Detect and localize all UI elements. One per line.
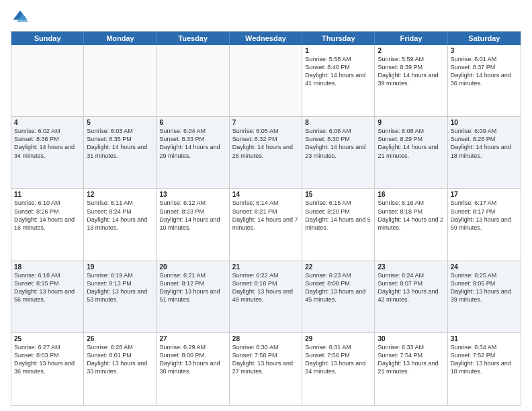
day-number: 6: [160, 119, 226, 126]
empty-cell: [11, 45, 84, 116]
day-info: Sunrise: 5:59 AM Sunset: 8:39 PM Dayligh…: [378, 55, 444, 88]
calendar-header: SundayMondayTuesdayWednesdayThursdayFrid…: [11, 32, 521, 45]
calendar-body: 1Sunrise: 5:58 AM Sunset: 8:40 PM Daylig…: [11, 45, 521, 405]
day-info: Sunrise: 6:01 AM Sunset: 8:37 PM Dayligh…: [451, 55, 518, 88]
logo: [11, 8, 32, 27]
day-info: Sunrise: 6:09 AM Sunset: 8:28 PM Dayligh…: [451, 127, 518, 160]
header-cell-sunday: Sunday: [11, 32, 84, 45]
day-info: Sunrise: 6:19 AM Sunset: 8:13 PM Dayligh…: [87, 271, 153, 304]
day-cell-28: 28Sunrise: 6:30 AM Sunset: 7:58 PM Dayli…: [230, 333, 302, 405]
day-number: 30: [378, 335, 444, 342]
page: SundayMondayTuesdayWednesdayThursdayFrid…: [0, 0, 532, 411]
day-info: Sunrise: 6:27 AM Sunset: 8:03 PM Dayligh…: [14, 343, 81, 376]
day-number: 5: [87, 119, 153, 126]
empty-cell: [230, 45, 302, 116]
day-info: Sunrise: 6:31 AM Sunset: 7:56 PM Dayligh…: [305, 343, 371, 376]
header-cell-thursday: Thursday: [302, 32, 375, 45]
day-cell-13: 13Sunrise: 6:12 AM Sunset: 8:23 PM Dayli…: [157, 189, 230, 260]
day-info: Sunrise: 5:58 AM Sunset: 8:40 PM Dayligh…: [305, 55, 371, 88]
logo-icon: [11, 8, 30, 27]
day-number: 24: [451, 263, 518, 271]
day-number: 17: [451, 191, 518, 198]
empty-cell: [157, 45, 230, 116]
day-info: Sunrise: 6:14 AM Sunset: 8:21 PM Dayligh…: [232, 199, 299, 232]
day-cell-17: 17Sunrise: 6:17 AM Sunset: 8:17 PM Dayli…: [448, 189, 521, 260]
day-cell-5: 5Sunrise: 6:03 AM Sunset: 8:35 PM Daylig…: [84, 117, 157, 188]
day-info: Sunrise: 6:04 AM Sunset: 8:33 PM Dayligh…: [160, 127, 226, 160]
day-number: 12: [87, 191, 153, 198]
day-cell-23: 23Sunrise: 6:24 AM Sunset: 8:07 PM Dayli…: [375, 261, 447, 332]
day-info: Sunrise: 6:12 AM Sunset: 8:23 PM Dayligh…: [160, 199, 226, 232]
day-cell-4: 4Sunrise: 6:02 AM Sunset: 8:36 PM Daylig…: [11, 117, 84, 188]
calendar-week-3: 11Sunrise: 6:10 AM Sunset: 8:26 PM Dayli…: [11, 189, 521, 261]
day-number: 23: [378, 263, 444, 271]
calendar-week-5: 25Sunrise: 6:27 AM Sunset: 8:03 PM Dayli…: [11, 333, 521, 405]
day-cell-26: 26Sunrise: 6:28 AM Sunset: 8:01 PM Dayli…: [84, 333, 157, 405]
day-cell-24: 24Sunrise: 6:25 AM Sunset: 8:05 PM Dayli…: [448, 261, 521, 332]
day-cell-16: 16Sunrise: 6:16 AM Sunset: 8:18 PM Dayli…: [375, 189, 447, 260]
day-info: Sunrise: 6:34 AM Sunset: 7:52 PM Dayligh…: [451, 343, 518, 376]
day-number: 1: [305, 47, 371, 54]
day-cell-14: 14Sunrise: 6:14 AM Sunset: 8:21 PM Dayli…: [230, 189, 302, 260]
day-cell-22: 22Sunrise: 6:23 AM Sunset: 8:08 PM Dayli…: [302, 261, 375, 332]
day-info: Sunrise: 6:28 AM Sunset: 8:01 PM Dayligh…: [87, 343, 153, 376]
day-info: Sunrise: 6:06 AM Sunset: 8:30 PM Dayligh…: [305, 127, 371, 160]
day-number: 9: [378, 119, 444, 126]
day-info: Sunrise: 6:30 AM Sunset: 7:58 PM Dayligh…: [232, 343, 299, 376]
day-number: 15: [305, 191, 371, 198]
day-number: 2: [378, 47, 444, 54]
day-info: Sunrise: 6:15 AM Sunset: 8:20 PM Dayligh…: [305, 199, 371, 232]
day-number: 27: [160, 335, 226, 342]
day-number: 8: [305, 119, 371, 126]
day-cell-21: 21Sunrise: 6:22 AM Sunset: 8:10 PM Dayli…: [230, 261, 302, 332]
day-info: Sunrise: 6:18 AM Sunset: 8:15 PM Dayligh…: [14, 271, 81, 304]
empty-cell: [84, 45, 157, 116]
day-number: 20: [160, 263, 226, 271]
day-info: Sunrise: 6:05 AM Sunset: 8:32 PM Dayligh…: [232, 127, 299, 160]
day-cell-25: 25Sunrise: 6:27 AM Sunset: 8:03 PM Dayli…: [11, 333, 84, 405]
day-number: 29: [305, 335, 371, 342]
day-number: 21: [232, 263, 299, 271]
day-cell-12: 12Sunrise: 6:11 AM Sunset: 8:24 PM Dayli…: [84, 189, 157, 260]
day-info: Sunrise: 6:33 AM Sunset: 7:54 PM Dayligh…: [378, 343, 444, 376]
day-number: 14: [232, 191, 299, 198]
calendar-week-4: 18Sunrise: 6:18 AM Sunset: 8:15 PM Dayli…: [11, 261, 521, 333]
day-info: Sunrise: 6:24 AM Sunset: 8:07 PM Dayligh…: [378, 271, 444, 304]
day-cell-11: 11Sunrise: 6:10 AM Sunset: 8:26 PM Dayli…: [11, 189, 84, 260]
day-cell-31: 31Sunrise: 6:34 AM Sunset: 7:52 PM Dayli…: [448, 333, 521, 405]
day-cell-9: 9Sunrise: 6:08 AM Sunset: 8:29 PM Daylig…: [375, 117, 447, 188]
day-info: Sunrise: 6:10 AM Sunset: 8:26 PM Dayligh…: [14, 199, 81, 232]
header-cell-saturday: Saturday: [448, 32, 521, 45]
day-number: 13: [160, 191, 226, 198]
day-cell-18: 18Sunrise: 6:18 AM Sunset: 8:15 PM Dayli…: [11, 261, 84, 332]
day-info: Sunrise: 6:11 AM Sunset: 8:24 PM Dayligh…: [87, 199, 153, 232]
day-info: Sunrise: 6:16 AM Sunset: 8:18 PM Dayligh…: [378, 199, 444, 232]
day-cell-3: 3Sunrise: 6:01 AM Sunset: 8:37 PM Daylig…: [448, 45, 521, 116]
day-info: Sunrise: 6:08 AM Sunset: 8:29 PM Dayligh…: [378, 127, 444, 160]
calendar-week-2: 4Sunrise: 6:02 AM Sunset: 8:36 PM Daylig…: [11, 117, 521, 189]
day-cell-20: 20Sunrise: 6:21 AM Sunset: 8:12 PM Dayli…: [157, 261, 230, 332]
day-number: 25: [14, 335, 81, 342]
day-info: Sunrise: 6:29 AM Sunset: 8:00 PM Dayligh…: [160, 343, 226, 376]
day-number: 16: [378, 191, 444, 198]
day-cell-2: 2Sunrise: 5:59 AM Sunset: 8:39 PM Daylig…: [375, 45, 447, 116]
day-number: 10: [451, 119, 518, 126]
day-cell-7: 7Sunrise: 6:05 AM Sunset: 8:32 PM Daylig…: [230, 117, 302, 188]
calendar: SundayMondayTuesdayWednesdayThursdayFrid…: [11, 31, 521, 406]
day-number: 28: [232, 335, 299, 342]
day-number: 22: [305, 263, 371, 271]
day-cell-27: 27Sunrise: 6:29 AM Sunset: 8:00 PM Dayli…: [157, 333, 230, 405]
day-cell-10: 10Sunrise: 6:09 AM Sunset: 8:28 PM Dayli…: [448, 117, 521, 188]
header-cell-monday: Monday: [84, 32, 157, 45]
header-cell-wednesday: Wednesday: [230, 32, 302, 45]
day-number: 7: [232, 119, 299, 126]
header: [11, 8, 521, 27]
day-cell-8: 8Sunrise: 6:06 AM Sunset: 8:30 PM Daylig…: [302, 117, 375, 188]
day-info: Sunrise: 6:03 AM Sunset: 8:35 PM Dayligh…: [87, 127, 153, 160]
day-info: Sunrise: 6:02 AM Sunset: 8:36 PM Dayligh…: [14, 127, 81, 160]
day-cell-30: 30Sunrise: 6:33 AM Sunset: 7:54 PM Dayli…: [375, 333, 447, 405]
header-cell-friday: Friday: [375, 32, 447, 45]
day-number: 4: [14, 119, 81, 126]
day-info: Sunrise: 6:25 AM Sunset: 8:05 PM Dayligh…: [451, 271, 518, 304]
header-cell-tuesday: Tuesday: [157, 32, 230, 45]
